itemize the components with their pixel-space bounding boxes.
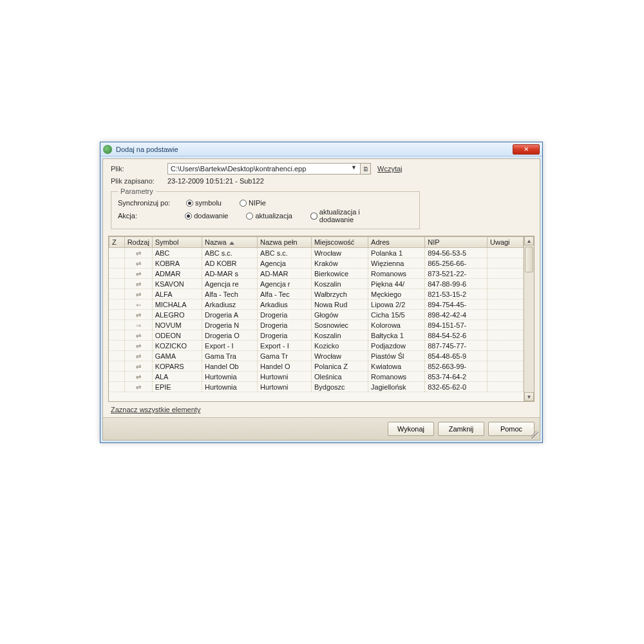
cell-nazwa: Agencja re [202,279,258,289]
file-saved-label: Plik zapisano: [111,177,167,185]
scroll-up-button[interactable]: ▲ [524,236,534,245]
cell-symbol: ODEON [152,330,202,341]
cell-z [109,320,125,330]
cell-nip: 894-56-53-5 [425,248,488,258]
radio-label: aktualizacja [255,212,292,220]
cell-nazwa: AD-MAR s [202,269,258,279]
file-path-input[interactable]: C:\Users\Bartekw\Desktop\kontrahenci.epp… [167,163,361,175]
cell-uwagi [488,258,524,269]
table-row[interactable]: ⇄EPIEHurtowniaHurtowniBydgoszcJagiellońs… [109,382,524,392]
table-row[interactable]: ⇄ALFAAlfa - TechAlfa - TecWałbrzychMęcki… [109,289,524,299]
cell-nip: 887-745-77- [425,341,488,351]
col-header-uwagi[interactable]: Uwagi [488,237,524,248]
table-row[interactable]: ⇄ALAHurtowniaHurtowniOleśnicaRomanows853… [109,372,524,382]
cell-miejscowosc: Koszalin [311,330,368,341]
scroll-thumb[interactable] [525,247,533,272]
col-header-nip[interactable]: NIP [425,237,488,248]
radio-icon [186,200,193,207]
cell-rodzaj: ⇄ [124,289,152,299]
cell-symbol: ABC [152,248,202,258]
cell-miejscowosc: Bydgoszc [311,382,368,392]
table-row[interactable]: ⇄ADMARAD-MAR sAD-MARBierkowiceRomanows87… [109,269,524,279]
cell-symbol: KOBRA [152,258,202,269]
cell-uwagi [488,299,524,310]
cell-adres: Romanows [368,372,425,382]
cell-rodzaj: ⇄ [124,341,152,351]
radio-sync-symbolu[interactable]: symbolu [186,199,222,207]
sync-both-icon: ⇄ [136,312,140,319]
radio-label: symbolu [195,199,222,207]
cell-rodzaj: ⇄ [124,258,152,269]
col-header-z[interactable]: Z [109,237,125,248]
cell-nazwa: ABC s.c. [202,248,258,258]
scroll-down-button[interactable]: ▼ [524,392,534,401]
cell-miejscowosc: Koszalin [311,279,368,289]
table-row[interactable]: ⇄GAMAGama TraGama TrWrocławPiastów Śl854… [109,351,524,361]
col-header-miejscowosc[interactable]: Miejscowość [311,237,368,248]
load-link[interactable]: Wczytaj [377,165,402,173]
cell-nazwa-pelna: Drogeria [258,320,312,330]
cell-nazwa: Alfa - Tech [202,289,258,299]
radio-action-aktualizacja[interactable]: aktualizacja [246,212,292,220]
help-button[interactable]: Pomoc [488,422,535,436]
close-dialog-button[interactable]: Zamknij [438,422,484,436]
table-row[interactable]: ⇄ODEONDrogeria ODrogeriaKoszalinBałtycka… [109,330,524,341]
cell-nazwa-pelna: Agencja [258,258,312,269]
cell-symbol: ALFA [152,289,202,299]
sync-left-icon: ⇐ [136,301,140,308]
radio-action-dodawanie[interactable]: dodawanie [185,212,228,220]
cell-adres: Piastów Śl [368,351,425,361]
cell-symbol: KOPARS [152,361,202,372]
cell-nazwa-pelna: Hurtowni [258,372,312,382]
execute-button[interactable]: Wykonaj [388,422,434,436]
cell-miejscowosc: Polanica Z [311,361,368,372]
radio-sync-nip[interactable]: NIPie [240,199,266,207]
sync-label: Synchronizuj po: [118,199,186,207]
table-row[interactable]: ⇄ABCABC s.c.ABC s.c.WrocławPolanka 1894-… [109,248,524,258]
browse-button[interactable]: 🗎 [361,163,371,175]
radio-action-aktualizacja-dodawanie[interactable]: aktualizacja i dodawanie [310,208,395,223]
params-legend: Parametry [118,187,156,195]
table-row[interactable]: ⇄KSAVONAgencja reAgencja rKoszalinPiękna… [109,279,524,289]
titlebar[interactable]: Dodaj na podstawie ✕ [100,142,542,156]
close-button[interactable]: ✕ [513,144,540,155]
vertical-scrollbar[interactable]: ▲ ▼ [524,236,534,401]
col-header-nazwa-pelna[interactable]: Nazwa pełn [258,237,312,248]
cell-uwagi [488,361,524,372]
cell-nip: 873-521-22- [425,269,488,279]
col-header-nazwa[interactable]: Nazwa [202,237,258,248]
table-row[interactable]: ⇄KOBRAAD KOBRAgencjaKrakówWięzienna865-2… [109,258,524,269]
cell-rodzaj: ⇒ [124,320,152,330]
cell-symbol: NOVUM [152,320,202,330]
cell-rodzaj: ⇄ [124,330,152,341]
cell-nip: 894-754-45- [425,299,488,310]
table-row[interactable]: ⇒NOVUMDrogeria NDrogeriaSosnowiecKolorow… [109,320,524,330]
select-all-link[interactable]: Zaznacz wszystkie elementy [111,406,200,413]
table-row[interactable]: ⇐MICHALAArkadiuszArkadiusNowa RudLipowa … [109,299,524,310]
dropdown-icon[interactable]: ▼ [351,164,359,171]
table-row[interactable]: ⇄KOPARSHandel ObHandel OPolanica ZKwiato… [109,361,524,372]
col-header-rodzaj[interactable]: Rodzaj [124,237,152,248]
sync-right-icon: ⇒ [136,322,140,329]
cell-nazwa-pelna: Alfa - Tec [258,289,312,299]
cell-nazwa: AD KOBR [202,258,258,269]
cell-symbol: ADMAR [152,269,202,279]
cell-z [109,248,125,258]
radio-icon [246,213,253,220]
table-row[interactable]: ⇄KOZICKOExport - IExport - IKozickoPodja… [109,341,524,351]
sync-both-icon: ⇄ [136,332,140,339]
resize-grip[interactable] [531,431,538,439]
app-icon [103,145,112,154]
cell-nazwa-pelna: Handel O [258,361,312,372]
cell-nazwa-pelna: Hurtowni [258,382,312,392]
cell-nip: 884-54-52-6 [425,330,488,341]
cell-nip: 898-42-42-4 [425,310,488,320]
col-header-symbol[interactable]: Symbol [152,237,202,248]
cell-nazwa-pelna: Drogeria [258,310,312,320]
cell-adres: Kolorowa [368,320,425,330]
cell-adres: Kwiatowa [368,361,425,372]
sync-both-icon: ⇄ [136,260,140,267]
cell-symbol: KOZICKO [152,341,202,351]
col-header-adres[interactable]: Adres [368,237,425,248]
table-row[interactable]: ⇄ALEGRODrogeria ADrogeriaGłogówCicha 15/… [109,310,524,320]
